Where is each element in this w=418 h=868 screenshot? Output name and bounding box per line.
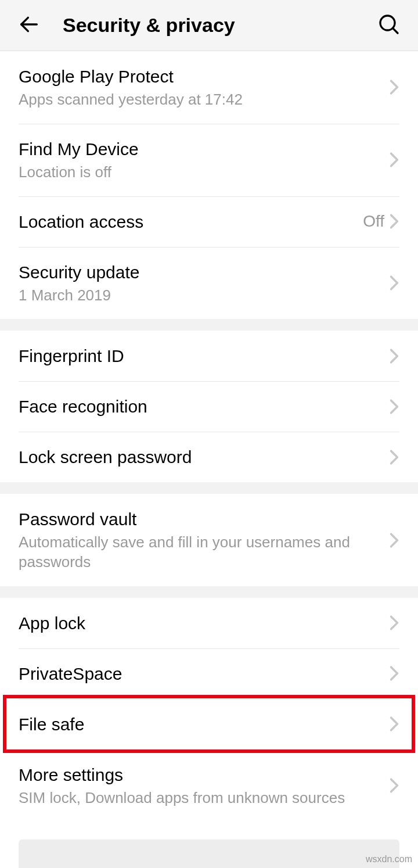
chevron-right-icon: [389, 78, 399, 96]
watermark: wsxdn.com: [366, 854, 412, 865]
row-title: Lock screen password: [19, 446, 389, 468]
row-title: Find My Device: [19, 138, 389, 160]
row-location-access[interactable]: Location access Off: [0, 196, 418, 247]
row-subtitle: 1 March 2019: [19, 286, 389, 306]
section-security-status: Google Play Protect Apps scanned yesterd…: [0, 51, 418, 319]
row-title: File safe: [19, 713, 389, 736]
row-title: Google Play Protect: [19, 65, 389, 88]
chevron-right-icon: [389, 274, 399, 292]
row-file-safe[interactable]: File safe: [0, 699, 418, 749]
chevron-right-icon: [389, 715, 399, 733]
row-subtitle: Automatically save and fill in your user…: [19, 533, 389, 572]
row-more-settings[interactable]: More settings SIM lock, Download apps fr…: [0, 749, 418, 822]
chevron-right-icon: [389, 398, 399, 415]
row-title: Password vault: [19, 508, 389, 530]
row-title: Face recognition: [19, 395, 389, 418]
row-app-lock[interactable]: App lock: [0, 598, 418, 648]
section-locks: App lock PrivateSpace File safe More set…: [0, 598, 418, 868]
row-security-update[interactable]: Security update 1 March 2019: [0, 247, 418, 320]
row-find-my-device[interactable]: Find My Device Location is off: [0, 124, 418, 196]
row-subtitle: SIM lock, Download apps from unknown sou…: [19, 788, 389, 808]
row-title: More settings: [19, 763, 389, 786]
row-password-vault[interactable]: Password vault Automatically save and fi…: [0, 494, 418, 586]
row-title: PrivateSpace: [19, 662, 389, 685]
search-icon[interactable]: [377, 13, 401, 38]
chevron-right-icon: [389, 449, 399, 466]
page-title: Security & privacy: [63, 14, 377, 37]
chevron-right-icon: [389, 665, 399, 682]
row-title: Security update: [19, 261, 389, 284]
row-fingerprint-id[interactable]: Fingerprint ID: [0, 331, 418, 381]
back-arrow-icon[interactable]: [17, 13, 41, 38]
row-face-recognition[interactable]: Face recognition: [0, 381, 418, 432]
bottom-placeholder: [19, 840, 399, 868]
chevron-right-icon: [389, 777, 399, 794]
row-subtitle: Apps scanned yesterday at 17:42: [19, 90, 389, 110]
row-value: Off: [363, 212, 384, 231]
row-title: App lock: [19, 612, 389, 634]
chevron-right-icon: [389, 614, 399, 632]
section-biometrics: Fingerprint ID Face recognition Lock scr…: [0, 331, 418, 482]
row-private-space[interactable]: PrivateSpace: [0, 648, 418, 699]
chevron-right-icon: [389, 532, 399, 549]
row-title: Fingerprint ID: [19, 345, 389, 367]
row-google-play-protect[interactable]: Google Play Protect Apps scanned yesterd…: [0, 51, 418, 124]
row-lock-screen-password[interactable]: Lock screen password: [0, 432, 418, 482]
chevron-right-icon: [389, 347, 399, 365]
row-subtitle: Location is off: [19, 163, 389, 182]
chevron-right-icon: [389, 213, 399, 230]
svg-line-2: [393, 28, 398, 33]
chevron-right-icon: [389, 151, 399, 168]
row-title: Location access: [19, 210, 363, 233]
section-password-vault: Password vault Automatically save and fi…: [0, 494, 418, 586]
app-header: Security & privacy: [0, 0, 418, 51]
